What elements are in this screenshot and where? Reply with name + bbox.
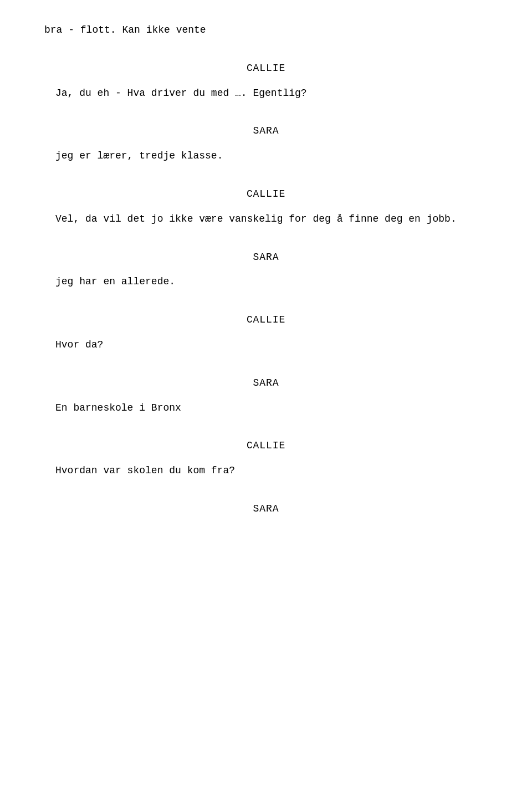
character-callie-3: CALLIE — [44, 312, 488, 328]
character-callie-4: CALLIE — [44, 438, 488, 454]
action-text-1: bra - flott. Kan ikke vente — [44, 24, 206, 35]
dialogue-sara-3: En barneskole i Bronx — [44, 400, 488, 416]
dialogue-sara-2: jeg har en allerede. — [44, 274, 488, 290]
character-sara-2: SARA — [44, 249, 488, 265]
dialogue-callie-2: Vel, da vil det jo ikke være vanskelig f… — [44, 211, 488, 227]
character-sara-1: SARA — [44, 123, 488, 139]
dialogue-callie-1: Ja, du eh - Hva driver du med …. Egentli… — [44, 85, 488, 101]
character-callie-1: CALLIE — [44, 60, 488, 76]
dialogue-callie-4: Hvordan var skolen du kom fra? — [44, 463, 488, 479]
character-sara-3: SARA — [44, 375, 488, 391]
screenplay-content: bra - flott. Kan ikke vente CALLIE Ja, d… — [44, 22, 488, 517]
dialogue-sara-1: jeg er lærer, tredje klasse. — [44, 148, 488, 164]
dialogue-callie-3: Hvor da? — [44, 337, 488, 353]
action-line-1: bra - flott. Kan ikke vente — [44, 22, 488, 38]
character-callie-2: CALLIE — [44, 186, 488, 202]
character-sara-4: SARA — [44, 501, 488, 517]
